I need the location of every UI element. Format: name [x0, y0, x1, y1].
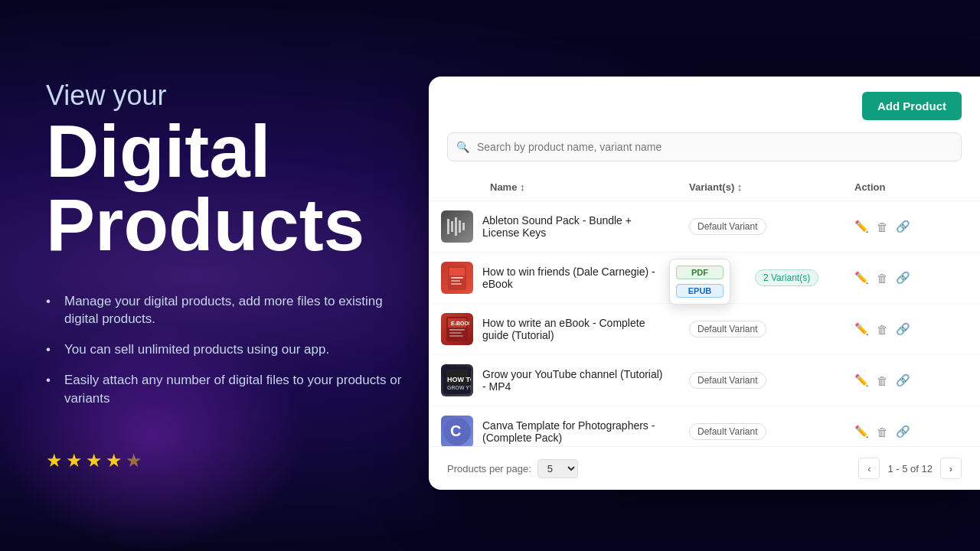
delete-icon-2[interactable]: 🗑 — [877, 272, 888, 285]
product-name-1: Ableton Sound Pack - Bundle + License Ke… — [482, 214, 665, 239]
default-variant-badge-4: Default Variant — [689, 372, 766, 389]
variant-cell-2: PDF EPUB 2 Variant(s) — [677, 253, 842, 304]
svg-rect-7 — [451, 277, 463, 279]
svg-text:HOW TO: HOW TO — [447, 376, 471, 383]
search-input[interactable] — [447, 132, 962, 161]
variant-cell-3: Default Variant — [677, 304, 842, 355]
svg-rect-14 — [449, 332, 462, 334]
edit-icon-4[interactable]: ✏️ — [854, 373, 869, 387]
default-variant-badge-3: Default Variant — [689, 321, 766, 337]
action-cell-1: ✏️ 🗑 🔗 — [842, 201, 980, 253]
left-panel: View your DigitalProducts Manage your di… — [0, 0, 452, 551]
star-3: ★ — [86, 450, 103, 471]
star-rating: ★ ★ ★ ★ ★ — [46, 450, 406, 471]
svg-text:E-BOOK: E-BOOK — [451, 321, 469, 326]
pdf-badge: PDF — [676, 266, 724, 279]
variant-cell-5: Default Variant — [677, 406, 842, 447]
svg-rect-0 — [447, 219, 449, 234]
action-cell-2: ✏️ 🗑 🔗 — [842, 253, 980, 304]
col-header-name: Name ↕ — [429, 174, 677, 201]
link-icon-1[interactable]: 🔗 — [896, 220, 910, 233]
delete-icon-1[interactable]: 🗑 — [877, 220, 888, 233]
pagination: ‹ 1 - 5 of 12 › — [858, 458, 962, 479]
svg-rect-3 — [459, 220, 461, 233]
star-4: ★ — [106, 450, 122, 471]
delete-icon-5[interactable]: 🗑 — [877, 425, 888, 439]
variant-cell-4: Default Variant — [677, 355, 842, 406]
variant-cell-1: Default Variant — [677, 201, 842, 253]
product-card: Add Product 🔍 Name ↕ Variant(s) ↕ Action — [429, 77, 980, 490]
feature-item-3: Easily attach any number of digital file… — [46, 371, 406, 408]
product-name-4: Grow your YouTube channel (Tutorial) - M… — [482, 368, 665, 393]
next-page-button[interactable]: › — [940, 458, 962, 479]
svg-rect-13 — [449, 329, 465, 331]
prev-page-button[interactable]: ‹ — [858, 458, 880, 479]
variant-popup: PDF EPUB — [669, 259, 730, 305]
action-cell-3: ✏️ 🗑 🔗 — [842, 304, 980, 355]
table-row: HOW TO GROW YT Grow your YouTube channel… — [429, 355, 980, 406]
edit-icon-1[interactable]: ✏️ — [854, 220, 869, 233]
delete-icon-3[interactable]: 🗑 — [877, 323, 888, 336]
svg-rect-6 — [449, 268, 465, 276]
search-bar: 🔍 — [447, 132, 962, 161]
page-info: 1 - 5 of 12 — [887, 463, 933, 474]
card-header: Add Product — [429, 77, 980, 132]
right-panel: Add Product 🔍 Name ↕ Variant(s) ↕ Action — [429, 77, 980, 490]
svg-text:C: C — [450, 422, 461, 439]
product-name-3: How to write an eBook - Complete guide (… — [482, 317, 665, 341]
default-variant-badge-1: Default Variant — [689, 218, 766, 235]
default-variant-badge-5: Default Variant — [689, 423, 766, 440]
action-cell-5: ✏️ 🗑 🔗 — [842, 406, 980, 447]
link-icon-3[interactable]: 🔗 — [896, 322, 910, 336]
svg-text:GROW YT: GROW YT — [447, 385, 471, 390]
link-icon-5[interactable]: 🔗 — [896, 425, 910, 439]
add-product-button[interactable]: Add Product — [862, 92, 962, 120]
col-header-variant: Variant(s) ↕ — [677, 174, 842, 201]
star-2: ★ — [66, 450, 83, 471]
epub-badge: EPUB — [676, 284, 724, 298]
delete-icon-4[interactable]: 🗑 — [877, 374, 888, 387]
table-row: How to win friends (Dale Carnegie) - eBo… — [429, 253, 980, 304]
svg-rect-2 — [455, 217, 457, 236]
product-thumbnail-3: E-BOOK — [441, 313, 473, 345]
per-page-control: Products per page: 5 10 25 — [447, 459, 578, 478]
product-thumbnail-2 — [441, 262, 473, 294]
card-footer: Products per page: 5 10 25 ‹ 1 - 5 of 12… — [429, 446, 980, 490]
per-page-label: Products per page: — [447, 463, 531, 474]
star-1: ★ — [46, 450, 63, 471]
product-name-5: Canva Template for Photographers - (Comp… — [482, 419, 665, 444]
svg-rect-9 — [451, 283, 462, 285]
feature-item-2: You can sell unlimited products using ou… — [46, 341, 406, 359]
link-icon-2[interactable]: 🔗 — [896, 271, 910, 285]
headline-main: DigitalProducts — [46, 115, 406, 262]
table-row: C Canva Template for Photographers - (Co… — [429, 406, 980, 447]
product-thumbnail-5: C — [441, 416, 473, 446]
table-row: Ableton Sound Pack - Bundle + License Ke… — [429, 201, 980, 253]
svg-rect-1 — [451, 221, 453, 232]
search-icon: 🔍 — [456, 141, 469, 153]
product-thumbnail-1 — [441, 210, 473, 243]
table-row: E-BOOK How to write an eBook - Complete … — [429, 304, 980, 355]
action-cell-4: ✏️ 🗑 🔗 — [842, 355, 980, 406]
product-table: Name ↕ Variant(s) ↕ Action — [429, 174, 980, 446]
variant-count-badge-2[interactable]: 2 Variant(s) — [755, 269, 818, 286]
per-page-select[interactable]: 5 10 25 — [537, 459, 578, 478]
edit-icon-2[interactable]: ✏️ — [854, 271, 869, 285]
feature-list: Manage your digital products, add more f… — [46, 292, 406, 420]
product-thumbnail-4: HOW TO GROW YT — [441, 364, 473, 396]
link-icon-4[interactable]: 🔗 — [896, 373, 910, 387]
svg-rect-15 — [449, 335, 463, 337]
star-5: ★ — [126, 450, 142, 471]
edit-icon-5[interactable]: ✏️ — [854, 425, 869, 439]
headline-sub: View your — [46, 80, 406, 112]
edit-icon-3[interactable]: ✏️ — [854, 322, 869, 336]
product-table-wrap: Name ↕ Variant(s) ↕ Action — [429, 174, 980, 446]
svg-rect-4 — [462, 223, 465, 230]
col-header-action: Action — [842, 174, 980, 201]
product-name-2: How to win friends (Dale Carnegie) - eBo… — [482, 266, 665, 290]
feature-item-1: Manage your digital products, add more f… — [46, 292, 406, 329]
svg-rect-8 — [451, 280, 460, 282]
